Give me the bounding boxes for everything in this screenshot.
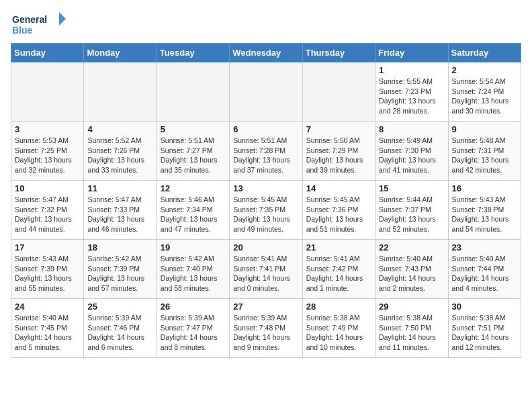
- day-header-thursday: Thursday: [302, 44, 375, 62]
- day-info: Sunrise: 5:47 AM Sunset: 7:32 PM Dayligh…: [15, 195, 80, 234]
- calendar-cell: 19Sunrise: 5:42 AM Sunset: 7:40 PM Dayli…: [157, 240, 229, 299]
- calendar-cell: 17Sunrise: 5:43 AM Sunset: 7:39 PM Dayli…: [11, 240, 84, 299]
- day-info: Sunrise: 5:40 AM Sunset: 7:43 PM Dayligh…: [379, 254, 444, 293]
- calendar-cell: [84, 62, 157, 122]
- day-info: Sunrise: 5:54 AM Sunset: 7:24 PM Dayligh…: [452, 77, 517, 116]
- day-info: Sunrise: 5:43 AM Sunset: 7:38 PM Dayligh…: [452, 195, 517, 234]
- day-number: 18: [87, 242, 152, 253]
- day-number: 5: [161, 124, 226, 134]
- day-info: Sunrise: 5:39 AM Sunset: 7:46 PM Dayligh…: [87, 313, 152, 353]
- day-number: 8: [379, 124, 444, 134]
- day-info: Sunrise: 5:40 AM Sunset: 7:44 PM Dayligh…: [452, 254, 517, 293]
- day-number: 23: [452, 242, 517, 253]
- calendar-cell: 25Sunrise: 5:39 AM Sunset: 7:46 PM Dayli…: [84, 299, 157, 358]
- calendar-cell: 2Sunrise: 5:54 AM Sunset: 7:24 PM Daylig…: [448, 62, 521, 122]
- calendar-cell: 3Sunrise: 5:53 AM Sunset: 7:25 PM Daylig…: [11, 122, 84, 181]
- day-info: Sunrise: 5:51 AM Sunset: 7:27 PM Dayligh…: [161, 136, 226, 175]
- day-info: Sunrise: 5:47 AM Sunset: 7:33 PM Dayligh…: [87, 195, 152, 234]
- page-header: General Blue: [11, 11, 521, 38]
- day-info: Sunrise: 5:41 AM Sunset: 7:42 PM Dayligh…: [306, 254, 371, 293]
- day-info: Sunrise: 5:40 AM Sunset: 7:45 PM Dayligh…: [15, 313, 80, 353]
- day-header-sunday: Sunday: [11, 44, 84, 62]
- day-info: Sunrise: 5:44 AM Sunset: 7:37 PM Dayligh…: [379, 195, 444, 234]
- calendar-cell: 9Sunrise: 5:48 AM Sunset: 7:31 PM Daylig…: [448, 122, 521, 181]
- day-info: Sunrise: 5:38 AM Sunset: 7:49 PM Dayligh…: [306, 313, 371, 353]
- day-number: 12: [161, 183, 226, 193]
- day-number: 24: [15, 302, 80, 312]
- day-number: 7: [306, 124, 371, 134]
- day-info: Sunrise: 5:42 AM Sunset: 7:39 PM Dayligh…: [87, 254, 152, 293]
- svg-marker-2: [59, 12, 66, 26]
- day-number: 9: [452, 124, 517, 134]
- day-number: 28: [306, 302, 371, 312]
- calendar-cell: 10Sunrise: 5:47 AM Sunset: 7:32 PM Dayli…: [11, 181, 84, 240]
- calendar-cell: 23Sunrise: 5:40 AM Sunset: 7:44 PM Dayli…: [448, 240, 521, 299]
- day-number: 20: [233, 242, 298, 253]
- day-number: 30: [452, 302, 517, 312]
- day-info: Sunrise: 5:49 AM Sunset: 7:30 PM Dayligh…: [379, 136, 444, 175]
- calendar-cell: 13Sunrise: 5:45 AM Sunset: 7:35 PM Dayli…: [230, 181, 302, 240]
- day-number: 10: [15, 183, 80, 193]
- day-info: Sunrise: 5:50 AM Sunset: 7:29 PM Dayligh…: [306, 136, 371, 175]
- calendar-cell: 14Sunrise: 5:45 AM Sunset: 7:36 PM Dayli…: [302, 181, 375, 240]
- logo-svg: General Blue: [11, 11, 71, 38]
- calendar-week-4: 17Sunrise: 5:43 AM Sunset: 7:39 PM Dayli…: [11, 240, 521, 299]
- calendar-week-1: 1Sunrise: 5:55 AM Sunset: 7:23 PM Daylig…: [11, 62, 521, 122]
- calendar-cell: 20Sunrise: 5:41 AM Sunset: 7:41 PM Dayli…: [230, 240, 302, 299]
- day-number: 16: [452, 183, 517, 193]
- day-header-wednesday: Wednesday: [230, 44, 302, 62]
- day-number: 11: [87, 183, 152, 193]
- calendar-table: SundayMondayTuesdayWednesdayThursdayFrid…: [11, 43, 521, 358]
- day-number: 22: [379, 242, 444, 253]
- day-number: 15: [379, 183, 444, 193]
- calendar-cell: 26Sunrise: 5:39 AM Sunset: 7:47 PM Dayli…: [157, 299, 229, 358]
- day-info: Sunrise: 5:45 AM Sunset: 7:35 PM Dayligh…: [233, 195, 298, 234]
- svg-text:General: General: [12, 14, 47, 25]
- day-info: Sunrise: 5:55 AM Sunset: 7:23 PM Dayligh…: [379, 77, 444, 116]
- calendar-cell: 29Sunrise: 5:38 AM Sunset: 7:50 PM Dayli…: [375, 299, 448, 358]
- calendar-cell: 16Sunrise: 5:43 AM Sunset: 7:38 PM Dayli…: [448, 181, 521, 240]
- day-info: Sunrise: 5:45 AM Sunset: 7:36 PM Dayligh…: [306, 195, 371, 234]
- calendar-cell: 22Sunrise: 5:40 AM Sunset: 7:43 PM Dayli…: [375, 240, 448, 299]
- calendar-cell: 1Sunrise: 5:55 AM Sunset: 7:23 PM Daylig…: [375, 62, 448, 122]
- day-number: 4: [87, 124, 152, 134]
- day-info: Sunrise: 5:46 AM Sunset: 7:34 PM Dayligh…: [161, 195, 226, 234]
- day-header-saturday: Saturday: [448, 44, 521, 62]
- calendar-cell: 15Sunrise: 5:44 AM Sunset: 7:37 PM Dayli…: [375, 181, 448, 240]
- calendar-cell: 30Sunrise: 5:38 AM Sunset: 7:51 PM Dayli…: [448, 299, 521, 358]
- day-info: Sunrise: 5:42 AM Sunset: 7:40 PM Dayligh…: [161, 254, 226, 293]
- day-info: Sunrise: 5:52 AM Sunset: 7:26 PM Dayligh…: [87, 136, 152, 175]
- day-header-monday: Monday: [84, 44, 157, 62]
- calendar-header-row: SundayMondayTuesdayWednesdayThursdayFrid…: [11, 44, 521, 62]
- day-info: Sunrise: 5:51 AM Sunset: 7:28 PM Dayligh…: [233, 136, 298, 175]
- day-info: Sunrise: 5:48 AM Sunset: 7:31 PM Dayligh…: [452, 136, 517, 175]
- day-info: Sunrise: 5:43 AM Sunset: 7:39 PM Dayligh…: [15, 254, 80, 293]
- calendar-cell: 7Sunrise: 5:50 AM Sunset: 7:29 PM Daylig…: [302, 122, 375, 181]
- day-info: Sunrise: 5:39 AM Sunset: 7:47 PM Dayligh…: [161, 313, 226, 353]
- day-number: 1: [379, 65, 444, 75]
- calendar-cell: 21Sunrise: 5:41 AM Sunset: 7:42 PM Dayli…: [302, 240, 375, 299]
- calendar-cell: [11, 62, 84, 122]
- calendar-body: 1Sunrise: 5:55 AM Sunset: 7:23 PM Daylig…: [11, 62, 521, 358]
- day-number: 21: [306, 242, 371, 253]
- logo[interactable]: General Blue: [11, 11, 71, 38]
- day-number: 29: [379, 302, 444, 312]
- day-info: Sunrise: 5:38 AM Sunset: 7:50 PM Dayligh…: [379, 313, 444, 353]
- day-header-friday: Friday: [375, 44, 448, 62]
- day-number: 6: [233, 124, 298, 134]
- day-number: 13: [233, 183, 298, 193]
- day-info: Sunrise: 5:39 AM Sunset: 7:48 PM Dayligh…: [233, 313, 298, 353]
- calendar-cell: 12Sunrise: 5:46 AM Sunset: 7:34 PM Dayli…: [157, 181, 229, 240]
- calendar-cell: 11Sunrise: 5:47 AM Sunset: 7:33 PM Dayli…: [84, 181, 157, 240]
- calendar-cell: 4Sunrise: 5:52 AM Sunset: 7:26 PM Daylig…: [84, 122, 157, 181]
- day-info: Sunrise: 5:53 AM Sunset: 7:25 PM Dayligh…: [15, 136, 80, 175]
- calendar-cell: [230, 62, 302, 122]
- day-number: 27: [233, 302, 298, 312]
- day-number: 17: [15, 242, 80, 253]
- calendar-cell: [157, 62, 229, 122]
- calendar-week-3: 10Sunrise: 5:47 AM Sunset: 7:32 PM Dayli…: [11, 181, 521, 240]
- calendar-cell: 27Sunrise: 5:39 AM Sunset: 7:48 PM Dayli…: [230, 299, 302, 358]
- calendar-week-5: 24Sunrise: 5:40 AM Sunset: 7:45 PM Dayli…: [11, 299, 521, 358]
- day-number: 19: [161, 242, 226, 253]
- calendar-cell: 6Sunrise: 5:51 AM Sunset: 7:28 PM Daylig…: [230, 122, 302, 181]
